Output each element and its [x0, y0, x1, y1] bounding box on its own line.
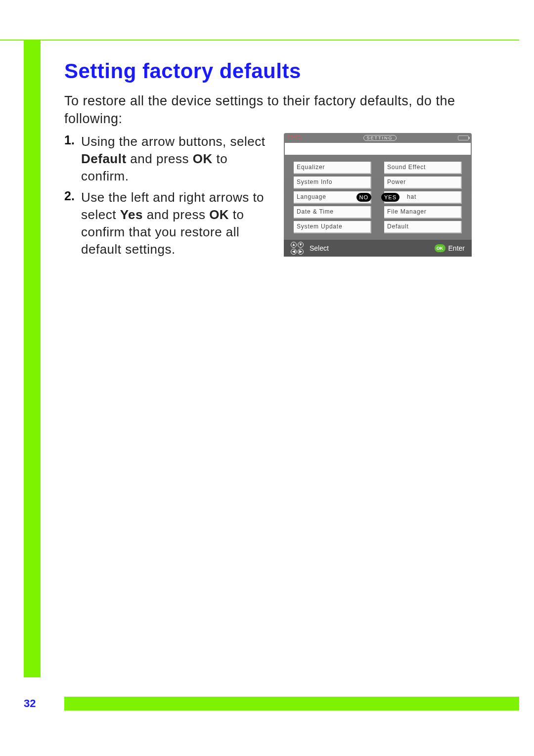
- section-heading: Setting factory defaults: [64, 59, 494, 83]
- device-white-strip: [285, 143, 471, 155]
- step-item: 2. Use the left and right arrows to sele…: [64, 189, 277, 258]
- top-rule: [0, 40, 519, 41]
- dpad-icon: ▲▼◀▶: [291, 242, 304, 255]
- menu-tab-default: Default: [384, 221, 462, 233]
- menu-tab-label: Language: [297, 193, 326, 200]
- menu-tab-system-update: System Update: [294, 221, 371, 233]
- device-menu-grid: Equalizer Sound Effect System Info Power…: [284, 155, 472, 236]
- footer-left: ▲▼◀▶ Select: [291, 242, 329, 255]
- footer-right: OK Enter: [435, 244, 465, 252]
- step-text: Use the left and right arrows to select …: [81, 189, 277, 258]
- footer-enter-label: Enter: [448, 244, 465, 252]
- text-fragment: and press: [143, 207, 209, 222]
- device-clock: 20:53: [287, 135, 302, 140]
- menu-tab-format: YES hat: [384, 191, 462, 204]
- device-title-pill: SETTING: [363, 135, 397, 141]
- step-item: 1. Using the arrow buttons, select Defau…: [64, 133, 277, 185]
- manual-page: Setting factory defaults To restore all …: [0, 0, 534, 756]
- step-text: Using the arrow buttons, select Default …: [81, 133, 277, 185]
- menu-tab-system-info: System Info: [294, 177, 371, 189]
- menu-tab-date-time: Date & Time: [294, 206, 371, 219]
- menu-tab-label: hat: [407, 193, 416, 200]
- page-footer: 32: [24, 697, 519, 711]
- bold-term: OK: [209, 207, 229, 222]
- device-header: 20:53 SETTING: [284, 133, 472, 143]
- dialog-no-pill: NO: [356, 193, 372, 202]
- page-number: 32: [24, 697, 64, 710]
- intro-paragraph: To restore all the device settings to th…: [64, 92, 494, 128]
- menu-tab-file-manager: File Manager: [384, 206, 462, 219]
- menu-tab-power: Power: [384, 177, 462, 189]
- bold-term: Yes: [120, 207, 143, 222]
- footer-select-label: Select: [310, 244, 329, 252]
- bold-term: OK: [193, 151, 213, 166]
- menu-tab-language: Language NO: [294, 191, 371, 204]
- side-green-bar: [24, 40, 41, 677]
- text-fragment: and press: [127, 151, 193, 166]
- step-number: 1.: [64, 133, 81, 185]
- steps-list: 1. Using the arrow buttons, select Defau…: [64, 133, 277, 263]
- content-area: Setting factory defaults To restore all …: [64, 59, 494, 263]
- footer-green-bar: [64, 697, 519, 711]
- text-fragment: Using the arrow buttons, select: [81, 134, 265, 149]
- device-footer: ▲▼◀▶ Select OK Enter: [284, 240, 472, 257]
- two-column-layout: 1. Using the arrow buttons, select Defau…: [64, 133, 494, 263]
- device-screenshot: 20:53 SETTING Equalizer Sound Effect Sys…: [284, 133, 472, 257]
- battery-icon: [458, 135, 469, 140]
- menu-tab-equalizer: Equalizer: [294, 162, 371, 174]
- dialog-yes-pill: YES: [381, 193, 400, 202]
- bold-term: Default: [81, 151, 127, 166]
- menu-tab-sound-effect: Sound Effect: [384, 162, 462, 174]
- step-number: 2.: [64, 189, 81, 258]
- ok-button-icon: OK: [435, 244, 445, 252]
